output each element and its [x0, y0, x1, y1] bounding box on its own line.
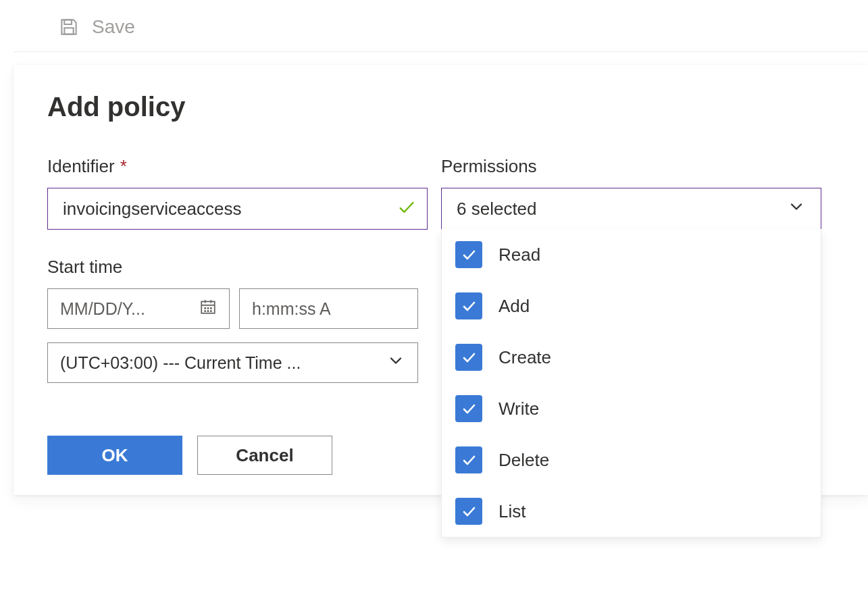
permission-option-create[interactable]: Create	[442, 332, 821, 383]
add-policy-label: Add policy	[99, 528, 186, 549]
right-column: Permissions 6 selected Read	[441, 156, 821, 475]
permission-option-write[interactable]: Write	[442, 383, 821, 434]
permissions-label: Permissions	[441, 156, 821, 177]
svg-point-9	[205, 311, 205, 311]
permission-label: List	[499, 501, 526, 522]
add-policy-row[interactable]: ＋ Add policy	[59, 527, 186, 550]
checkbox-checked-icon	[455, 292, 482, 319]
start-date-input[interactable]: MM/DD/Y...	[47, 288, 230, 329]
save-button[interactable]: Save	[92, 16, 135, 38]
ok-button[interactable]: OK	[47, 436, 182, 475]
permissions-summary: 6 selected	[457, 199, 537, 220]
save-icon[interactable]	[58, 16, 80, 38]
svg-rect-1	[64, 28, 73, 34]
permission-label: Read	[499, 245, 540, 265]
permission-option-list[interactable]: List	[442, 486, 821, 537]
checkbox-checked-icon	[455, 344, 482, 371]
checkbox-checked-icon	[455, 498, 482, 525]
left-column: Identifier* Start time MM/DD/Y...	[47, 156, 428, 475]
permission-option-read[interactable]: Read	[442, 229, 821, 280]
permission-option-add[interactable]: Add	[442, 280, 821, 332]
permission-label: Create	[499, 347, 551, 368]
svg-point-11	[211, 311, 211, 311]
permission-label: Write	[499, 399, 539, 419]
toolbar: Save	[0, 0, 868, 51]
panel-title: Add policy	[47, 92, 834, 122]
checkbox-checked-icon	[455, 446, 482, 473]
permission-label: Add	[499, 296, 530, 317]
start-date-placeholder: MM/DD/Y...	[60, 299, 145, 319]
svg-rect-0	[64, 20, 72, 24]
identifier-label: Identifier*	[47, 156, 428, 177]
cancel-button[interactable]: Cancel	[197, 436, 332, 475]
permissions-dropdown[interactable]: 6 selected Read	[441, 188, 821, 230]
calendar-icon	[199, 298, 217, 319]
svg-point-6	[205, 308, 205, 309]
start-time-label: Start time	[47, 257, 428, 278]
identifier-input-wrap	[47, 188, 428, 230]
checkmark-icon	[397, 198, 416, 220]
checkbox-checked-icon	[455, 241, 482, 268]
checkbox-checked-icon	[455, 395, 482, 422]
timezone-select[interactable]: (UTC+03:00) --- Current Time ...	[47, 342, 418, 383]
permission-label: Delete	[499, 450, 549, 471]
chevron-down-icon	[386, 351, 405, 374]
svg-point-7	[207, 308, 208, 309]
add-policy-panel: Add policy Identifier* Start time MM/DD/…	[14, 65, 868, 495]
identifier-input[interactable]	[61, 198, 390, 220]
start-time-input[interactable]: h:mm:ss A	[239, 288, 418, 329]
toolbar-divider	[14, 51, 868, 52]
chevron-down-icon	[787, 197, 806, 221]
timezone-value: (UTC+03:00) --- Current Time ...	[60, 353, 301, 373]
permissions-option-list: Read Add Create	[441, 229, 821, 538]
permission-option-delete[interactable]: Delete	[442, 434, 821, 486]
plus-icon: ＋	[59, 527, 82, 550]
svg-point-8	[211, 308, 211, 309]
start-time-placeholder: h:mm:ss A	[252, 299, 331, 319]
svg-point-10	[207, 311, 208, 311]
required-star-icon: *	[120, 156, 127, 176]
